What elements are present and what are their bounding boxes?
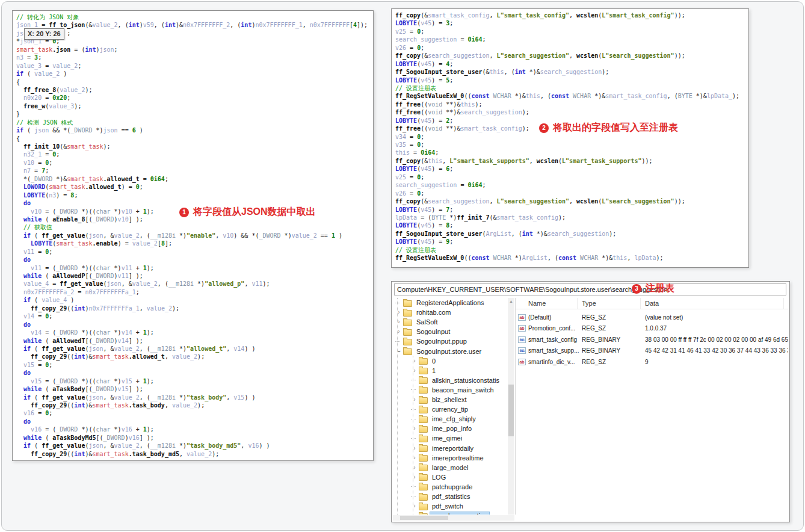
chevron-right-icon[interactable]: › [411,367,418,374]
annotation-2: 2 将取出的字段值写入至注册表 [539,122,678,134]
tree-item-log[interactable]: ›LOG [411,472,448,482]
registry-value-row[interactable]: abPromotion_conf...REG_SZ1.0.0.37 [516,323,788,334]
code-line: if ( ff_get_value(json, &value_2, (__m12… [16,442,373,450]
code-line: if ( value_2 ) [16,70,373,78]
registry-value-row[interactable]: ab(Default)REG_SZ(value not set) [516,312,788,323]
tree-item-0[interactable]: ›0 [411,356,437,366]
code-line: v11 = (_DWORD *)((char *)v11 + 1); [16,264,373,272]
tree-item-patchupgrade[interactable]: patchupgrade [411,482,474,492]
chevron-right-icon[interactable]: › [395,318,402,326]
tree-item-currency-tip[interactable]: currency_tip [411,404,470,414]
tree-item-sogouinput[interactable]: ›SogouInput [395,327,452,336]
annotation-1-text: 将字段值从JSON数据中取出 [193,206,316,218]
binary-value-icon: 011 [518,347,526,354]
tree-item-ime-qimei[interactable]: ime_qimei [411,433,464,443]
column-header-name[interactable]: Name [528,298,578,309]
folder-icon [403,348,412,355]
tree-item-ime-cfg-shiply[interactable]: ime_cfg_shiply [411,414,478,424]
tree-item-salsoft[interactable]: ›SalSoft [395,317,439,327]
column-header-data[interactable]: Data [645,298,784,309]
tree-dash-icon [411,438,418,439]
code-line: ff_SogouInput_store_user(ArgList, (int *… [395,230,748,238]
tree-item-ime-pop-info[interactable]: ›ime_pop_info [411,424,473,433]
chevron-right-icon[interactable]: › [411,474,418,481]
tree-dash-icon [411,380,418,380]
scrollbar-thumb[interactable] [508,385,514,436]
tree-item-biz-shellext[interactable]: ›biz_shellext [411,395,468,404]
column-header-type[interactable]: Type [582,298,641,309]
tree-item-registeredapplications[interactable]: RegisteredApplications [395,298,486,308]
tree-item-search-suggestion[interactable]: search_suggestion [411,511,489,515]
code-line: n0x20 = 0x20; [16,94,373,102]
tree-item-1[interactable]: ›1 [411,366,437,376]
tree-item-imereportrealtime[interactable]: ›imereportrealtime [411,453,486,463]
tree-item-sogouinput-ppup[interactable]: SogouInput.ppup [395,336,469,346]
tree-item-label: ime_cfg_shiply [430,415,478,422]
chevron-down-icon[interactable]: › [395,348,402,355]
chevron-right-icon[interactable]: › [395,309,402,316]
tree-item-rohitab-com[interactable]: ›rohitab.com [395,308,452,317]
chevron-right-icon[interactable]: › [411,503,418,510]
registry-address-bar[interactable]: Computer\HKEY_CURRENT_USER\SOFTWARE\Sogo… [394,283,786,295]
pseudocode-panel-left: // 转化为 JSON 对象json_1 = ff_to_json(&value… [12,10,374,461]
code-line: search_suggestion = 0i64; [395,36,748,43]
code-line: this = 0i64; [395,149,748,156]
code-line: *(_DWORD *)&smart_task.allowed_t = 0i64; [16,175,373,183]
tree-item-label: SalSoft [415,318,439,326]
tree-item-label: pdf_statistics [430,493,472,500]
tree-item-sogouinput-store-user[interactable]: ›SogouInput.store.user [395,347,483,356]
tree-item-label: imereportdaily [430,445,475,452]
tree-dash-icon [411,486,418,487]
tree-vertical-scrollbar[interactable]: ▲ [508,298,514,515]
tree-item-large-model[interactable]: ›large_model [411,463,470,472]
code-line: ff_free((void **)&this); [395,101,748,108]
scroll-up-icon[interactable]: ▲ [508,298,514,305]
tree-horizontal-scrollbar[interactable] [393,515,514,521]
chevron-right-icon[interactable]: › [411,445,418,452]
chevron-right-icon[interactable]: › [411,454,418,462]
code-line: } [16,110,373,118]
code-line: v14 = 0; [16,312,373,320]
tree-item-imereportdaily[interactable]: ›imereportdaily [411,444,475,453]
folder-icon [403,320,412,326]
tree-item-pdf-switch[interactable]: ›pdf_switch [411,501,465,511]
cursor-coordinates-tooltip: X: 20 Y: 26 [24,28,64,40]
code-line: LOBYTE(n3) = 8; [16,191,373,199]
tree-item-beacon-main-switch[interactable]: beacon_main_switch [411,385,496,395]
registry-value-row[interactable]: absmartinfo_dic_v...REG_SZ9 [516,357,788,368]
string-value-icon: ab [518,325,526,332]
tree-item-allskin-statusiconstatis[interactable]: allskin_statusiconstatis [411,376,501,385]
chevron-right-icon[interactable]: › [411,425,418,432]
code-line: if ( value_4 ) [16,296,373,304]
value-data: (value not set) [645,312,788,323]
chevron-right-icon[interactable]: › [395,328,402,335]
registry-value-row[interactable]: 011smart_task_supp...REG_BINARY45 42 42 … [516,345,788,356]
circled-number-3-icon: 3 [632,284,641,294]
chevron-right-icon[interactable]: › [411,396,418,403]
registry-value-row[interactable]: 011smart_task_configREG_BINARY38 03 00 0… [516,335,788,345]
chevron-right-icon[interactable]: › [411,357,418,365]
code-line: ff_copy_29((int)&smart_task.task_body, v… [16,401,373,409]
value-data: 45 42 42 31 41 46 41 33 42 30 36 37 44 4… [645,345,788,356]
tree-item-label: ime_pop_info [430,425,473,432]
folder-icon [419,504,428,510]
value-name: Promotion_conf... [528,323,579,334]
code-line: // 设置注册表 [395,84,748,92]
tree-item-label: 0 [430,357,437,365]
value-type: REG_BINARY [582,345,642,356]
code-line: if ( ff_get_value(json, &value_2, (__m12… [16,394,373,401]
code-line: do [16,256,373,264]
code-line: do [16,369,373,377]
folder-icon [419,426,428,433]
code-line: v26 = 0; [395,190,748,197]
registry-value-list: NameTypeData ab(Default)REG_SZ(value not… [515,298,788,515]
code-line: v16 = (_DWORD *)((char *)v16 + 1); [16,425,373,433]
value-type: REG_SZ [582,312,642,323]
folder-icon [419,445,428,452]
tree-item-pdf-statistics[interactable]: pdf_statistics [411,492,472,501]
folder-icon [419,358,428,365]
code-line: lpData = (BYTE *)ff_init_7(&smart_task_c… [395,214,748,221]
chevron-right-icon[interactable]: › [411,464,418,471]
code-line: { [16,78,373,86]
scrollbar-thumb[interactable] [400,516,448,520]
